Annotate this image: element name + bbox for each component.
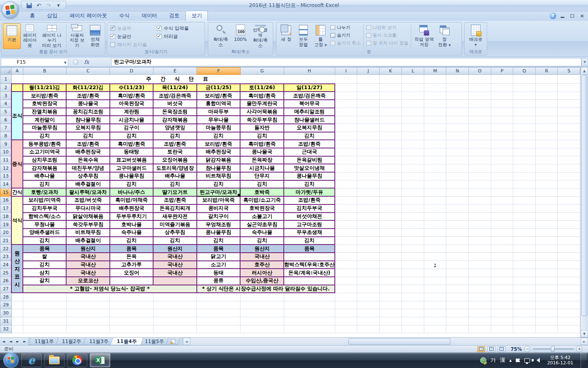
cell-M22[interactable]	[424, 245, 446, 253]
cell-R13[interactable]	[535, 172, 558, 180]
taskbar-internet-explorer[interactable]: e	[21, 353, 42, 367]
cell-B27[interactable]: * 고혈압- 저염식 당뇨식- 잡곡밥 *	[23, 285, 197, 293]
scroll-left-button[interactable]: ◄	[183, 338, 190, 345]
cell-S2[interactable]	[558, 84, 580, 92]
cell-R20[interactable]	[535, 229, 558, 237]
cell-H17[interactable]: 김치두부국	[284, 204, 335, 213]
cell-K30[interactable]	[379, 309, 402, 317]
cell-I1[interactable]	[335, 75, 357, 84]
cell-N17[interactable]	[446, 204, 469, 213]
cell-S23[interactable]	[558, 253, 580, 261]
language-bar-icon[interactable]	[480, 357, 486, 364]
formula-bar-checkbox-row[interactable]: 수식 입력줄	[157, 24, 189, 32]
cell-C4[interactable]: 콩나물국	[66, 100, 110, 108]
cell-O2[interactable]	[468, 84, 491, 92]
cell-N26[interactable]	[446, 277, 469, 285]
cell-I22[interactable]	[335, 245, 357, 253]
cell-Q17[interactable]	[513, 204, 536, 213]
cell-O31[interactable]	[468, 317, 491, 325]
cell-L6[interactable]	[402, 116, 424, 124]
row-header-2[interactable]: 2	[0, 84, 12, 92]
cell-O4[interactable]	[468, 100, 491, 108]
cell-S21[interactable]	[558, 237, 580, 245]
cell-H2[interactable]: 일(11/27)	[284, 84, 335, 92]
cell-Q29[interactable]	[513, 301, 536, 309]
cell-K23[interactable]	[379, 253, 402, 261]
cell-B6[interactable]: 계란말이	[23, 116, 66, 124]
cell-F4[interactable]: 홍합미역국	[197, 100, 241, 108]
cell-M9[interactable]	[424, 140, 446, 148]
cell-D31[interactable]	[110, 317, 153, 325]
cell-D3[interactable]: 흑미밥/흰죽	[110, 92, 153, 100]
cell-G6[interactable]: 쑥갓두부무침	[240, 116, 284, 124]
cell-E24[interactable]: 국내산	[153, 261, 197, 269]
cell-D16[interactable]: 흑미밥/야채죽	[110, 196, 153, 204]
zoom-slider[interactable]	[533, 348, 574, 350]
expand-formula-bar-button[interactable]: ▼	[581, 58, 588, 66]
cell-N19[interactable]	[446, 220, 469, 229]
cell-O26[interactable]	[468, 277, 491, 285]
cell-J14[interactable]	[357, 180, 379, 188]
cell-S11[interactable]	[558, 156, 580, 164]
formula-input[interactable]: 찐고구마/모과차	[111, 58, 581, 66]
cell-Q11[interactable]	[513, 156, 536, 164]
cell-R7[interactable]	[535, 124, 558, 132]
row-header-1[interactable]: 1	[0, 75, 12, 84]
cell-I19[interactable]	[335, 220, 357, 229]
cell-E3[interactable]: 조밥/검은깨죽	[153, 92, 197, 100]
cell-F29[interactable]	[197, 301, 241, 309]
cell-J31[interactable]	[357, 317, 379, 325]
cell-B2[interactable]: 월(11/21)김	[23, 84, 66, 92]
cell-A32[interactable]	[11, 325, 23, 333]
cell-P21[interactable]	[491, 237, 513, 245]
cell-C10[interactable]: 배추된장국	[66, 148, 110, 156]
unhide-button[interactable]: 숨기기 취소	[329, 39, 362, 47]
cell-H18[interactable]: 버섯야채전	[284, 213, 335, 221]
cell-A31[interactable]	[11, 317, 23, 325]
cell-P16[interactable]	[491, 196, 513, 204]
cell-F10[interactable]: 배추된장국	[197, 148, 241, 156]
cell-Q22[interactable]	[513, 245, 536, 253]
cell-B16[interactable]: 보리밥/미역죽	[23, 196, 66, 204]
cell-C18[interactable]: 닭살야채볶음	[66, 213, 110, 221]
cell-M21[interactable]	[424, 237, 446, 245]
cell-J5[interactable]	[357, 108, 379, 116]
row-header-21[interactable]: 21	[0, 237, 12, 245]
cell-M1[interactable]	[424, 75, 446, 84]
cell-R8[interactable]	[535, 132, 558, 140]
cell-S15[interactable]	[558, 188, 580, 196]
cell-N4[interactable]	[446, 100, 469, 108]
cell-C13[interactable]: 상추무침	[66, 172, 110, 180]
cell-C23[interactable]: 국내산	[66, 253, 110, 261]
cell-Q13[interactable]	[513, 172, 536, 180]
message-bar-checkbox-row[interactable]: 메시지 표시줄	[110, 40, 151, 49]
cell-M8[interactable]	[424, 132, 446, 140]
cell-H25[interactable]: 돈육/계육:국내산)	[284, 269, 335, 277]
cell-H19[interactable]: 고구마조림	[284, 220, 335, 229]
cell-D5[interactable]: 계란찜	[110, 108, 153, 116]
cell-M26[interactable]	[424, 277, 446, 285]
cell-N18[interactable]	[446, 213, 469, 221]
cell-L9[interactable]	[402, 140, 424, 148]
cell-Q8[interactable]	[513, 132, 536, 140]
cell-G21[interactable]: 김치	[240, 237, 284, 245]
cell-C30[interactable]	[66, 309, 110, 317]
cell-R21[interactable]	[535, 237, 558, 245]
cell-S5[interactable]	[558, 108, 580, 116]
cell-H3[interactable]: 조밥/검은깨죽	[284, 92, 335, 100]
cell-G11[interactable]: 돈육짜장	[240, 156, 284, 164]
cell-E22[interactable]: 원산지	[153, 245, 197, 253]
row-header-6[interactable]: 6	[0, 116, 12, 124]
cell-H12[interactable]: 맛살오이냉채	[284, 164, 335, 172]
first-sheet-button[interactable]: ◄	[2, 339, 5, 343]
cell-S30[interactable]	[558, 309, 580, 317]
ribbon-tab-데이터[interactable]: 데이터	[136, 11, 163, 21]
cell-G29[interactable]	[240, 301, 284, 309]
cell-K15[interactable]	[379, 188, 402, 196]
cell-G20[interactable]: 숙주나물	[240, 229, 284, 237]
cell-Q21[interactable]	[513, 237, 536, 245]
cell-S25[interactable]	[558, 269, 580, 277]
cell-R26[interactable]	[535, 277, 558, 285]
cell-F8[interactable]: 김치	[197, 132, 241, 140]
cell-N25[interactable]	[446, 269, 469, 277]
